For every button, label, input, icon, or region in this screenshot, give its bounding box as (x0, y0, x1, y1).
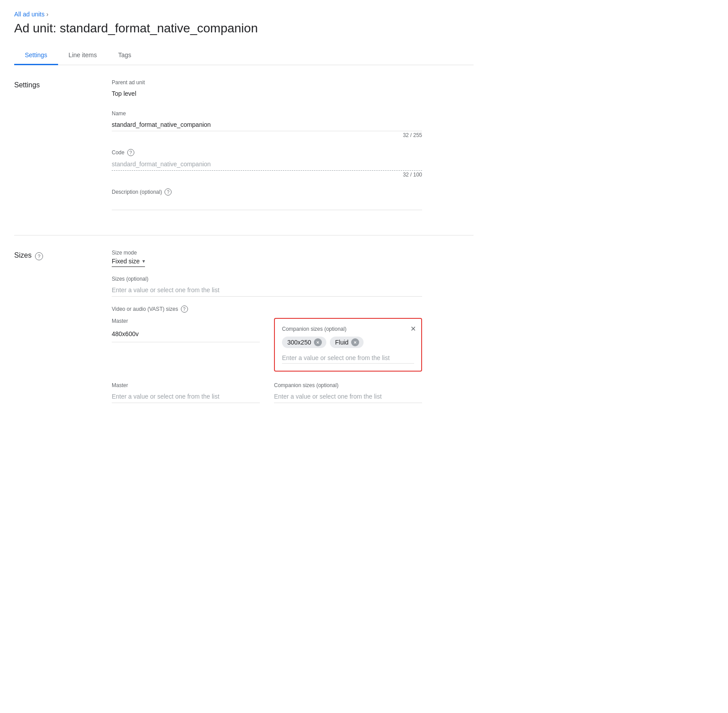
description-input[interactable] (112, 197, 422, 210)
companion-popup-input[interactable]: Enter a value or select one from the lis… (282, 353, 414, 364)
description-help-icon[interactable]: ? (164, 188, 172, 196)
description-label: Description (optional) ? (112, 188, 422, 196)
sizes-help-icon[interactable]: ? (35, 252, 43, 260)
tabs-container: Settings Line items Tags (14, 46, 474, 65)
tab-tags[interactable]: Tags (107, 46, 142, 65)
vast-col-companion-2: Companion sizes (optional) Enter a value… (274, 382, 422, 403)
tab-settings[interactable]: Settings (14, 46, 58, 65)
companion-popup-label: Companion sizes (optional) (282, 326, 414, 332)
sizes-section: Sizes ? Size mode Fixed size ▾ Sizes (op… (14, 235, 474, 417)
companion-tag-300x250: 300x250 × (282, 337, 326, 348)
vast-help-icon[interactable]: ? (181, 306, 188, 313)
size-mode-dropdown-arrow: ▾ (142, 258, 145, 264)
sizes-optional-input[interactable]: Enter a value or select one from the lis… (112, 284, 422, 297)
companion-tag-remove-fluid[interactable]: × (351, 338, 359, 346)
code-label: Code ? (112, 149, 422, 156)
vast-section: Video or audio (VAST) sizes ? Master 480… (112, 306, 422, 403)
size-mode-value: Fixed size (112, 258, 140, 265)
companion-tag-fluid: Fluid × (330, 337, 364, 348)
vast-col-companion-1: Companion sizes (optional) 300x250 × Flu… (274, 318, 422, 372)
sizes-content: Size mode Fixed size ▾ Sizes (optional) … (112, 250, 422, 403)
companion-input-2[interactable]: Enter a value or select one from the lis… (274, 390, 422, 403)
sizes-optional-label: Sizes (optional) (112, 276, 422, 282)
companion-tags: 300x250 × Fluid × (282, 337, 414, 348)
name-field: Name 32 / 255 (112, 110, 422, 138)
page-title: Ad unit: standard_format_native_companio… (14, 21, 474, 35)
name-char-count: 32 / 255 (112, 132, 422, 138)
companion-label-2: Companion sizes (optional) (274, 382, 422, 388)
settings-section: Settings Parent ad unit Top level Name 3… (14, 65, 474, 235)
vast-row-1: Master 480x600v Companion sizes (optiona… (112, 314, 422, 372)
companion-tag-label-fluid: Fluid (335, 339, 348, 346)
companion-popup: Companion sizes (optional) 300x250 × Flu… (274, 318, 422, 372)
breadcrumb-arrow: › (46, 11, 48, 18)
tab-line-items[interactable]: Line items (58, 46, 108, 65)
master-value-1: 480x600v (112, 329, 260, 339)
size-mode-select[interactable]: Fixed size ▾ (112, 258, 145, 267)
sizes-optional-container: Sizes (optional) Enter a value or select… (112, 276, 422, 297)
parent-ad-unit-value: Top level (112, 87, 422, 100)
name-input[interactable] (112, 118, 422, 131)
companion-tag-remove-300x250[interactable]: × (314, 338, 322, 346)
settings-section-label: Settings (14, 79, 112, 221)
vast-label: Video or audio (VAST) sizes ? (112, 306, 422, 313)
vast-master-label-2: Master (112, 382, 260, 388)
size-mode-label: Size mode (112, 250, 422, 256)
breadcrumb-label: All ad units (14, 11, 44, 18)
companion-tag-label-300x250: 300x250 (287, 339, 311, 346)
parent-ad-unit-field: Parent ad unit Top level (112, 79, 422, 100)
code-input[interactable] (112, 158, 422, 171)
vast-master-label-1: Master (112, 318, 260, 324)
size-mode-container: Size mode Fixed size ▾ (112, 250, 422, 267)
parent-ad-unit-label: Parent ad unit (112, 79, 422, 86)
master-field-1: 480x600v (112, 326, 260, 342)
description-field: Description (optional) ? (112, 188, 422, 210)
vast-col-master-1: Master 480x600v (112, 318, 260, 372)
code-help-icon[interactable]: ? (127, 149, 134, 156)
name-label: Name (112, 110, 422, 117)
code-field: Code ? 32 / 100 (112, 149, 422, 178)
master-input-2[interactable]: Enter a value or select one from the lis… (112, 390, 260, 403)
vast-col-master-2: Master Enter a value or select one from … (112, 382, 260, 403)
vast-row-2: Master Enter a value or select one from … (112, 379, 422, 403)
code-char-count: 32 / 100 (112, 172, 422, 178)
sizes-section-label: Sizes ? (14, 250, 112, 403)
companion-popup-close-icon[interactable]: × (411, 324, 416, 333)
settings-content: Parent ad unit Top level Name 32 / 255 C… (112, 79, 422, 221)
breadcrumb[interactable]: All ad units › (14, 11, 474, 18)
